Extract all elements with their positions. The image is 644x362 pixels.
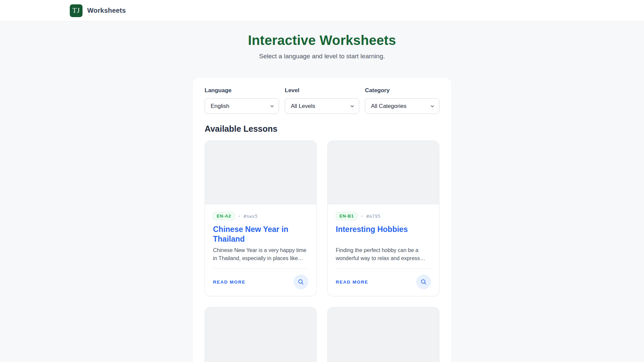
brand-link[interactable]: TJ Worksheets [70, 4, 126, 17]
magnifier-icon [420, 279, 427, 285]
lesson-image-placeholder [205, 141, 316, 204]
filter-group-language: Language English [205, 87, 279, 114]
lesson-card-footer: READ MORE [213, 269, 308, 289]
lesson-card-body: EN-B1 #a795 Interesting Hobbies Finding … [328, 204, 439, 296]
category-select[interactable]: All Categories [365, 98, 439, 114]
lesson-meta-row: EN-A2 #swx5 [213, 212, 308, 220]
lesson-image-placeholder [328, 141, 439, 204]
lessons-heading: Available Lessons [205, 124, 439, 134]
preview-lesson-button[interactable] [293, 275, 308, 289]
level-select[interactable]: All Levels [285, 98, 359, 114]
read-more-link[interactable]: READ MORE [336, 280, 368, 285]
page-title: Interactive Worksheets [0, 33, 644, 48]
preview-lesson-button[interactable] [416, 275, 431, 289]
lesson-description: Finding the perfect hobby can be a wonde… [336, 246, 431, 262]
brand-logo-icon: TJ [70, 4, 83, 17]
lesson-meta-row: EN-B1 #a795 [336, 212, 431, 220]
dot-separator-icon [238, 216, 240, 217]
read-more-link[interactable]: READ MORE [213, 280, 246, 285]
level-badge: EN-A2 [213, 212, 235, 220]
dot-separator-icon [361, 216, 363, 217]
lesson-card [205, 307, 317, 362]
category-label: Category [365, 87, 439, 94]
magnifier-icon [298, 279, 304, 285]
lessons-grid: EN-A2 #swx5 Chinese New Year in Thailand… [205, 140, 439, 362]
hero-section: Interactive Worksheets Select a language… [0, 21, 644, 60]
level-label: Level [285, 87, 359, 94]
language-label: Language [205, 87, 279, 94]
lesson-hash: #a795 [366, 214, 380, 219]
lesson-card [327, 307, 439, 362]
filters-bar: Language English Level All Levels [205, 87, 439, 114]
lesson-card-body: EN-A2 #swx5 Chinese New Year in Thailand… [205, 204, 316, 296]
main-panel: Language English Level All Levels [193, 78, 451, 362]
page-subtitle: Select a language and level to start lea… [0, 53, 644, 60]
level-badge: EN-B1 [336, 212, 358, 220]
lesson-card: EN-A2 #swx5 Chinese New Year in Thailand… [205, 140, 317, 296]
app-header: TJ Worksheets [0, 0, 644, 21]
lesson-card: EN-B1 #a795 Interesting Hobbies Finding … [327, 140, 439, 296]
filter-group-category: Category All Categories [365, 87, 439, 114]
lesson-image-placeholder [205, 307, 316, 362]
brand-name: Worksheets [87, 7, 126, 14]
lesson-title-link[interactable]: Chinese New Year in Thailand [213, 225, 308, 244]
lesson-card-footer: READ MORE [336, 269, 431, 289]
filter-group-level: Level All Levels [285, 87, 359, 114]
lesson-title-link[interactable]: Interesting Hobbies [336, 225, 431, 244]
lesson-hash: #swx5 [244, 214, 258, 219]
lesson-image-placeholder [328, 307, 439, 362]
lesson-description: Chinese New Year is a very happy time in… [213, 246, 308, 262]
language-select[interactable]: English [205, 98, 279, 114]
